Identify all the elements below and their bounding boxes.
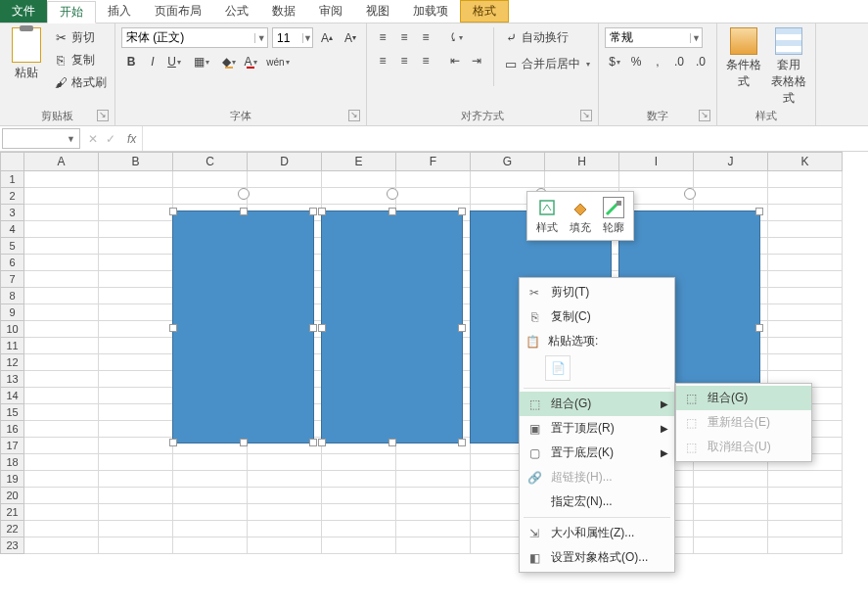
align-top-button[interactable]: ≡ (373, 27, 392, 47)
enter-icon[interactable]: ✓ (106, 132, 115, 146)
cell[interactable] (99, 304, 173, 321)
font-size-input[interactable] (273, 31, 302, 45)
ctx-macro[interactable]: 指定宏(N)... (520, 490, 674, 514)
row-header[interactable]: 1 (1, 171, 24, 188)
font-color-button[interactable]: A (241, 52, 260, 71)
cell[interactable] (99, 321, 173, 338)
resize-handle[interactable] (388, 439, 396, 446)
cell[interactable] (24, 304, 99, 321)
cell[interactable] (173, 504, 248, 521)
resize-handle[interactable] (458, 324, 466, 332)
resize-handle[interactable] (318, 439, 326, 446)
row-header[interactable]: 6 (1, 255, 24, 271)
row-header[interactable]: 20 (1, 488, 24, 504)
orientation-button[interactable]: ⤹ (445, 27, 465, 47)
cell[interactable] (99, 404, 173, 421)
phonetic-button[interactable]: wén (268, 52, 288, 71)
cell[interactable] (24, 438, 99, 454)
cell[interactable] (768, 537, 843, 554)
fx-icon[interactable]: fx (121, 132, 142, 146)
row-header[interactable]: 15 (1, 404, 24, 421)
align-bottom-button[interactable]: ≡ (416, 27, 435, 47)
cell[interactable] (24, 288, 99, 304)
align-launcher[interactable]: ↘ (580, 110, 592, 121)
resize-handle[interactable] (169, 439, 177, 446)
resize-handle[interactable] (240, 208, 248, 215)
column-header[interactable]: H (545, 153, 619, 171)
cell[interactable] (396, 171, 471, 188)
resize-handle[interactable] (318, 324, 326, 332)
bold-button[interactable]: B (121, 52, 141, 71)
cell[interactable] (694, 521, 768, 537)
number-format-combo[interactable]: ▼ (605, 27, 703, 48)
tab-formula[interactable]: 公式 (213, 0, 260, 23)
column-header[interactable]: K (768, 153, 843, 171)
font-size-combo[interactable]: ▼ (272, 27, 313, 48)
cell[interactable] (24, 354, 99, 371)
resize-handle[interactable] (169, 208, 177, 215)
cell[interactable] (322, 188, 396, 205)
decrease-indent-button[interactable]: ⇤ (445, 51, 465, 70)
resize-handle[interactable] (755, 208, 763, 215)
wrap-text-button[interactable]: ⤶自动换行 (501, 27, 592, 48)
cell[interactable] (694, 537, 768, 554)
cell[interactable] (322, 471, 396, 488)
italic-button[interactable]: I (143, 52, 162, 71)
cell[interactable] (99, 438, 173, 454)
tab-insert[interactable]: 插入 (96, 0, 143, 23)
cell[interactable] (694, 488, 768, 504)
column-header[interactable]: D (248, 153, 322, 171)
column-header[interactable]: J (694, 153, 768, 171)
row-header[interactable]: 22 (1, 521, 24, 537)
increase-font-button[interactable]: A▴ (317, 28, 337, 48)
cell[interactable] (545, 171, 619, 188)
resize-handle[interactable] (458, 439, 466, 446)
cell[interactable] (24, 488, 99, 504)
tab-review[interactable]: 审阅 (307, 0, 354, 23)
cell[interactable] (24, 421, 99, 438)
cell[interactable] (396, 454, 471, 471)
cell[interactable] (694, 471, 768, 488)
row-header[interactable]: 3 (1, 205, 24, 221)
cell[interactable] (99, 371, 173, 388)
align-left-button[interactable]: ≡ (373, 51, 392, 70)
tab-file[interactable]: 文件 (0, 0, 47, 23)
cell[interactable] (694, 188, 768, 205)
cell[interactable] (396, 537, 471, 554)
cell[interactable] (99, 388, 173, 404)
clipboard-launcher[interactable]: ↘ (97, 110, 109, 121)
cell[interactable] (24, 371, 99, 388)
cell[interactable] (768, 471, 843, 488)
ctx-size-props[interactable]: ⇲大小和属性(Z)... (520, 521, 674, 545)
cell[interactable] (99, 188, 173, 205)
tab-data[interactable]: 数据 (260, 0, 307, 23)
tab-layout[interactable]: 页面布局 (143, 0, 213, 23)
cell[interactable] (24, 537, 99, 554)
column-header[interactable]: C (173, 153, 248, 171)
number-format-input[interactable] (606, 31, 690, 45)
cell[interactable] (396, 504, 471, 521)
font-name-input[interactable] (122, 31, 254, 45)
cell[interactable] (768, 521, 843, 537)
row-header[interactable]: 23 (1, 537, 24, 554)
chevron-down-icon[interactable]: ▼ (67, 134, 75, 144)
resize-handle[interactable] (755, 324, 763, 332)
cell[interactable] (322, 171, 396, 188)
cell[interactable] (99, 255, 173, 271)
percent-button[interactable]: % (626, 52, 646, 71)
table-format-button[interactable]: 套用 表格格式 (768, 27, 809, 107)
row-header[interactable]: 5 (1, 238, 24, 255)
rotate-handle[interactable] (684, 188, 696, 200)
column-header[interactable]: E (322, 153, 396, 171)
cell[interactable] (173, 521, 248, 537)
cell[interactable] (248, 521, 322, 537)
cell[interactable] (173, 471, 248, 488)
cell[interactable] (694, 171, 768, 188)
chevron-down-icon[interactable]: ▼ (254, 33, 267, 43)
row-header[interactable]: 9 (1, 304, 24, 321)
underline-button[interactable]: U (164, 52, 184, 71)
align-right-button[interactable]: ≡ (416, 51, 435, 70)
cell[interactable] (173, 454, 248, 471)
cell[interactable] (24, 255, 99, 271)
ctx-cut[interactable]: ✂剪切(T) (520, 280, 674, 304)
